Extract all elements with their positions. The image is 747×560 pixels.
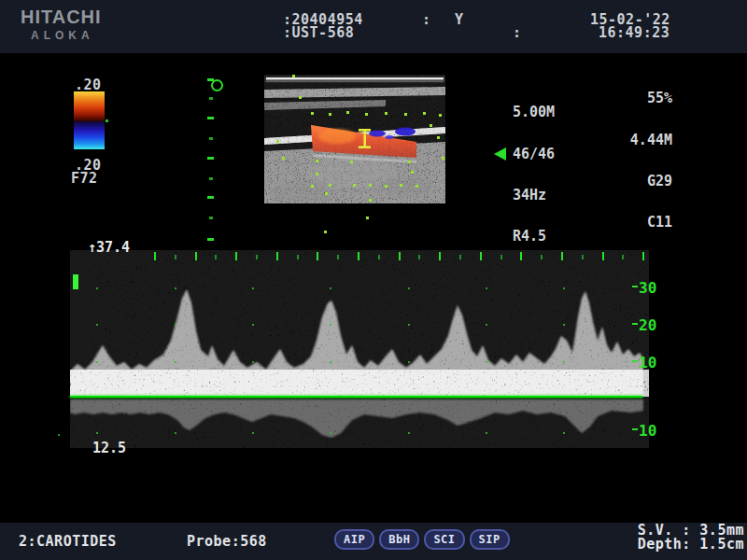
- scale-mark: [252, 432, 254, 434]
- preset-label: 2:CAROTIDES: [19, 533, 117, 550]
- badge-aip[interactable]: AIP: [334, 529, 374, 550]
- color-doppler-scale-positive: [74, 91, 105, 121]
- param-power: 55%: [620, 91, 672, 105]
- velocity-scale-neg10: 10: [639, 422, 663, 440]
- scale-mark: [408, 432, 410, 434]
- roi-marker-dot: [325, 192, 328, 195]
- scale-mark: [96, 361, 98, 363]
- scale-mark: [561, 252, 563, 260]
- roi-marker-dot: [316, 160, 318, 162]
- roi-marker-dot: [366, 217, 369, 219]
- scale-mark: [252, 324, 254, 326]
- roi-marker-dot: [311, 112, 314, 115]
- scale-mark: [195, 252, 197, 260]
- scale-mark: [632, 323, 638, 325]
- roi-marker-dot: [292, 75, 295, 77]
- param-framerate: 34Hz: [513, 189, 555, 203]
- roi-marker-dot: [430, 124, 432, 127]
- roi-marker-dot: [324, 231, 327, 233]
- roi-marker-dot: [353, 184, 356, 187]
- scale-mark: [563, 287, 565, 289]
- scale-mark: [408, 324, 410, 326]
- scale-mark: [330, 287, 331, 289]
- colorbar-baseline-marker: [106, 119, 108, 122]
- scale-mark: [256, 255, 258, 259]
- scale-mark: [330, 361, 331, 363]
- peak-velocity-label: ↑37.4: [88, 239, 130, 256]
- roi-marker-dot: [346, 111, 349, 114]
- roi-marker-dot: [329, 184, 331, 187]
- roi-marker-dot: [416, 185, 418, 188]
- header-colon-2: :: [513, 24, 522, 41]
- scale-mark: [297, 255, 299, 259]
- scale-mark: [378, 255, 380, 259]
- badge-sip[interactable]: SIP: [470, 529, 510, 550]
- scale-mark: [209, 177, 213, 180]
- scale-mark: [175, 255, 176, 259]
- param-frequency-2: 4.44M: [620, 133, 672, 147]
- param-contrast: C11: [620, 216, 672, 230]
- roi-marker-dot: [423, 112, 426, 115]
- velocity-scale-20: 20: [639, 316, 663, 334]
- scale-mark: [96, 324, 98, 326]
- scale-mark: [632, 428, 638, 430]
- probe-label: Probe:568: [187, 533, 267, 550]
- roi-marker-dot: [299, 96, 302, 99]
- roi-marker-dot: [385, 112, 388, 115]
- scale-mark: [96, 432, 98, 434]
- scale-mark: [399, 252, 401, 260]
- roi-marker-dot: [404, 113, 407, 116]
- velocity-scale-10: 10: [639, 354, 663, 371]
- scale-mark: [622, 255, 624, 259]
- scale-mark: [317, 252, 318, 260]
- roi-marker-dot: [276, 140, 279, 143]
- wall-filter-label: F72: [71, 170, 98, 187]
- roi-marker-dot: [442, 157, 444, 160]
- scale-mark: [486, 432, 487, 434]
- roi-marker-dot: [350, 161, 353, 163]
- scale-mark: [175, 324, 176, 326]
- param-frequency: 5.00M: [513, 105, 555, 119]
- scale-mark: [175, 287, 176, 289]
- scale-mark: [207, 78, 214, 81]
- scale-mark: [252, 361, 254, 363]
- badge-sci[interactable]: SCI: [424, 529, 464, 550]
- scale-mark: [207, 117, 214, 119]
- roi-marker-dot: [408, 161, 411, 163]
- processing-badges: AIP BbH SCI SIP: [334, 529, 510, 550]
- header-colon-1: :: [422, 11, 431, 28]
- scale-mark: [480, 252, 482, 260]
- scale-mark: [215, 255, 217, 259]
- scale-mark: [582, 255, 584, 259]
- acoustic-params-right: 55% 4.44M G29 C11: [620, 64, 672, 257]
- scale-mark: [563, 432, 565, 434]
- min-velocity-label: 12.5: [92, 440, 126, 456]
- probe-model: :UST-568: [283, 24, 354, 41]
- ultrasound-screen: HITACHI ALOKA :20404954 : Y :UST-568 : 1…: [0, 0, 747, 560]
- scale-mark: [520, 252, 522, 260]
- scale-mark: [632, 360, 638, 362]
- roi-marker-dot: [311, 185, 314, 188]
- scale-mark: [439, 252, 441, 260]
- velocity-scale-30: 30: [639, 279, 663, 297]
- color-doppler-scale-negative: [74, 121, 105, 149]
- scale-mark: [209, 137, 213, 140]
- scale-mark: [337, 255, 339, 259]
- scale-mark: [154, 252, 156, 260]
- scale-mark: [602, 252, 604, 260]
- badge-bbh[interactable]: BbH: [379, 529, 419, 550]
- scale-mark: [175, 432, 176, 434]
- roi-marker-dot: [411, 171, 414, 174]
- exam-time: 16:49:23: [599, 24, 669, 41]
- scale-mark: [96, 287, 98, 289]
- doppler-spectrum: [70, 250, 649, 448]
- scale-mark: [235, 252, 237, 260]
- blue-flow-patch: [395, 128, 416, 136]
- scale-mark: [175, 361, 176, 363]
- roi-marker-dot: [282, 157, 285, 160]
- scale-mark: [563, 361, 565, 363]
- header-bar: HITACHI ALOKA :20404954 : Y :UST-568 : 1…: [0, 0, 747, 53]
- scale-mark: [563, 324, 565, 326]
- param-r: R4.5: [513, 230, 555, 244]
- scale-mark: [541, 255, 543, 259]
